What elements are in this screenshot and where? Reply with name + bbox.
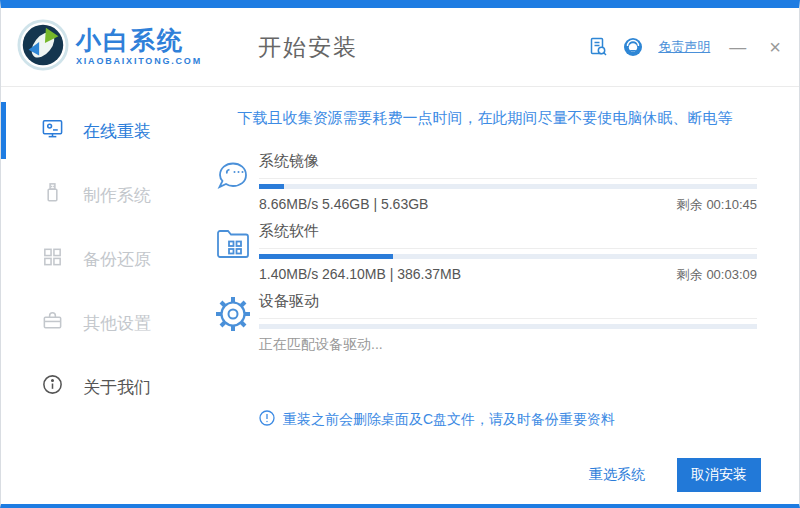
progress-bar-device-driver bbox=[259, 324, 757, 329]
sidebar-item-label: 备份还原 bbox=[83, 248, 151, 271]
page-title: 开始安装 bbox=[258, 32, 358, 63]
sidebar-item-label: 其他设置 bbox=[83, 312, 151, 335]
usb-drive-icon bbox=[41, 181, 64, 209]
sidebar-item-about-us[interactable]: 关于我们 bbox=[1, 355, 201, 419]
task-name: 设备驱动 bbox=[259, 292, 757, 319]
disclaimer-link[interactable]: 免责声明 bbox=[658, 38, 710, 56]
brand-domain: XIAOBAIXITONG.COM bbox=[76, 56, 202, 66]
task-row-system-software: 系统软件 1.40MB/s 264.10MB | 386.37MB 剩余 00:… bbox=[213, 222, 757, 284]
task-name: 系统镜像 bbox=[259, 152, 757, 179]
progress-bar-system-image bbox=[259, 184, 757, 189]
footer-actions: 重选系统 取消安装 bbox=[583, 458, 761, 492]
sidebar-item-label: 关于我们 bbox=[83, 376, 151, 399]
task-name: 系统软件 bbox=[259, 222, 757, 249]
cancel-install-button[interactable]: 取消安装 bbox=[677, 458, 761, 492]
monitor-reinstall-icon bbox=[41, 117, 64, 145]
task-row-device-driver: 设备驱动 正在匹配设备驱动... bbox=[213, 292, 757, 354]
main-panel: 下载且收集资源需要耗费一点时间，在此期间尽量不要使电脑休眠、断电等 系统 bbox=[201, 87, 799, 504]
download-tip-text: 下载且收集资源需要耗费一点时间，在此期间尽量不要使电脑休眠、断电等 bbox=[213, 109, 757, 128]
sidebar-item-online-reinstall[interactable]: 在线重装 bbox=[1, 99, 201, 163]
gear-icon bbox=[213, 292, 259, 354]
task-row-system-image: 系统镜像 8.66MB/s 5.46GB | 5.63GB 剩余 00:10:4… bbox=[213, 152, 757, 214]
task-list: 系统镜像 8.66MB/s 5.46GB | 5.63GB 剩余 00:10:4… bbox=[213, 152, 757, 354]
task-stats-text: 8.66MB/s 5.46GB | 5.63GB bbox=[259, 196, 428, 212]
backup-blocks-icon bbox=[41, 245, 64, 273]
brand-text: 小白系统 XIAOBAIXITONG.COM bbox=[76, 28, 202, 66]
sidebar-item-backup-restore[interactable]: 备份还原 bbox=[1, 227, 201, 291]
task-stats-text: 正在匹配设备驱动... bbox=[259, 336, 383, 354]
sidebar-item-label: 制作系统 bbox=[83, 184, 151, 207]
sidebar-item-label: 在线重装 bbox=[83, 120, 151, 143]
warning-notice-text: 重装之前会删除桌面及C盘文件，请及时备份重要资料 bbox=[283, 411, 615, 429]
software-folder-icon bbox=[213, 222, 259, 284]
header: 小白系统 XIAOBAIXITONG.COM 开始安装 bbox=[1, 8, 799, 87]
warning-notice: 重装之前会删除桌面及C盘文件，请及时备份重要资料 bbox=[259, 410, 757, 429]
customer-service-icon[interactable] bbox=[623, 37, 643, 57]
info-icon bbox=[41, 373, 64, 401]
header-controls: 免责声明 — × bbox=[588, 35, 785, 59]
progress-fill bbox=[259, 254, 393, 259]
sidebar-item-make-system[interactable]: 制作系统 bbox=[1, 163, 201, 227]
task-remaining-text: 剩余 00:03:09 bbox=[677, 266, 757, 284]
app-window: 小白系统 XIAOBAIXITONG.COM 开始安装 bbox=[0, 0, 800, 508]
document-search-icon[interactable] bbox=[588, 37, 608, 57]
task-stats-text: 1.40MB/s 264.10MB | 386.37MB bbox=[259, 266, 461, 282]
sidebar-item-other-settings[interactable]: 其他设置 bbox=[1, 291, 201, 355]
brand: 小白系统 XIAOBAIXITONG.COM bbox=[17, 19, 202, 75]
sidebar: 在线重装 制作系统 bbox=[1, 87, 201, 504]
task-remaining-text: 剩余 00:10:45 bbox=[677, 196, 757, 214]
app-logo-icon bbox=[17, 19, 69, 75]
close-button[interactable]: × bbox=[765, 35, 785, 59]
toolbox-icon bbox=[41, 309, 64, 337]
minimize-button[interactable]: — bbox=[725, 37, 750, 58]
brand-name: 小白系统 bbox=[76, 28, 202, 53]
progress-bar-system-software bbox=[259, 254, 757, 259]
progress-fill bbox=[259, 184, 284, 189]
mascot-face-icon bbox=[213, 152, 259, 214]
reselect-system-button[interactable]: 重选系统 bbox=[583, 465, 651, 485]
alert-circle-icon bbox=[259, 410, 275, 429]
